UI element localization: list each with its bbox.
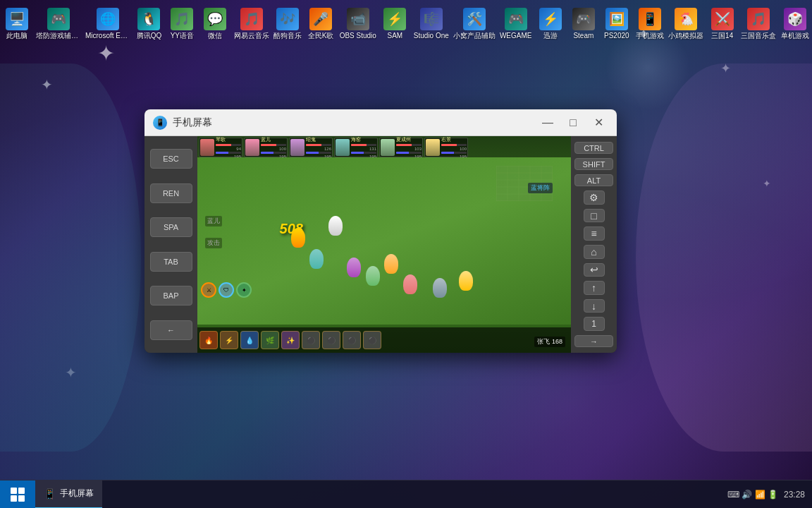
skill-icon-2[interactable]: ⚡ (220, 331, 238, 349)
key-btn-spa[interactable]: SPA (150, 217, 192, 237)
char-stats-4: 夏成州 103 195 (396, 136, 422, 159)
icon-6-icon: 🎵 (240, 8, 263, 30)
start-button[interactable] (0, 480, 35, 509)
maximize-button[interactable]: □ (563, 113, 583, 133)
icon-16[interactable]: 🖼️ PS2020 (601, 3, 632, 45)
skill-icon-5[interactable]: ✨ (281, 331, 300, 349)
back-icon[interactable]: ↩ (584, 263, 605, 277)
char-avatar-1 (245, 139, 259, 156)
icon-12[interactable]: 🛠️ 小窝产品辅助 (452, 3, 497, 45)
player-hp-label: 张飞 168 (534, 337, 565, 347)
icon-20-label: 三国音乐盒 (741, 32, 776, 40)
icon-10[interactable]: ⚡ SAM (379, 3, 411, 45)
taskbar-app-item[interactable]: 📱 手机屏幕 (35, 480, 102, 509)
skill-icon-4[interactable]: 🌿 (261, 331, 279, 349)
key-btn-tab[interactable]: TAB (150, 252, 192, 272)
icon-3-icon: 🐧 (137, 8, 160, 30)
key-btn-bap[interactable]: BAP (150, 286, 192, 306)
char-stats-3: 海窑 131 195 (351, 136, 376, 159)
home-icon[interactable]: ⌂ (584, 245, 605, 259)
char-stats-5: 右景 100 195 (441, 136, 467, 159)
char-hp-num-1: 100 (261, 147, 286, 151)
skill-icon-3[interactable]: 💧 (240, 331, 259, 349)
game-screen[interactable]: 琴歌 94 195 蓝儿 100 195 绍鬼 126 19 (197, 136, 571, 353)
char-hp-num-0: 94 (216, 147, 241, 151)
windows-icon (11, 488, 25, 502)
icon-8[interactable]: 🎤 全民K歌 (305, 3, 337, 45)
arrow-up-button[interactable]: ↑ (584, 281, 605, 295)
arrow-down-button[interactable]: ↓ (584, 299, 605, 313)
skill-icon-7[interactable]: ⚫ (322, 331, 340, 349)
taskbar: 📱 手机屏幕 ⌨ 🔊 📶 🔋 23:28 (0, 480, 812, 508)
key-btn-shift[interactable]: SHIFT (574, 158, 613, 170)
icon-6-label: 网易云音乐 (234, 32, 269, 40)
icon-3[interactable]: 🐧 腾讯QQ (133, 3, 165, 45)
game-character-enemy-2 (433, 278, 447, 298)
close-button[interactable]: ✕ (589, 113, 608, 133)
arrow-left-button[interactable]: ← (150, 320, 192, 340)
key-btn-ctrl[interactable]: CTRL (574, 142, 613, 154)
window-body: ESCRENSPATABBAP← 琴歌 94 195 蓝儿 100 (144, 136, 617, 353)
skill-btn-3[interactable]: ✦ (236, 282, 252, 298)
icon-15[interactable]: 🎮 Steam (567, 3, 599, 45)
icon-14-label: 迅游 (543, 32, 558, 40)
screen-icon[interactable]: □ (584, 209, 605, 223)
skill-btn-2[interactable]: 🛡 (219, 282, 234, 298)
key-btn-ren[interactable]: REN (150, 183, 192, 203)
icon-4[interactable]: 🎵 YY语音 (166, 3, 198, 45)
icon-2[interactable]: 🌐 Microsoft Edge (84, 3, 132, 45)
skill-icon-9[interactable]: ⚫ (363, 331, 381, 349)
char-avatar-2 (290, 139, 304, 156)
char-stats-2: 绍鬼 126 195 (306, 136, 331, 159)
attack-label: 攻击 (205, 238, 222, 248)
icon-5-label: 微信 (208, 32, 222, 40)
icon-5[interactable]: 💬 微信 (199, 3, 231, 45)
num-1-button[interactable]: 1 (584, 317, 605, 331)
title-bar: 📱 手机屏幕 — □ ✕ (144, 109, 617, 136)
arrow-right-button[interactable]: → (574, 335, 613, 347)
icon-6[interactable]: 🎵 网易云音乐 (233, 3, 271, 45)
icon-19-icon: ⚔️ (711, 8, 734, 30)
icon-17[interactable]: 📱 手机游戏 (634, 3, 665, 45)
tray-time: 23:28 (782, 490, 806, 500)
skill-icon-1[interactable]: 🔥 (199, 331, 218, 349)
icon-13[interactable]: 🎮 WEGAME (498, 3, 534, 45)
key-btn-esc[interactable]: ESC (150, 149, 192, 169)
menu-icon[interactable]: ≡ (584, 226, 605, 241)
icon-14[interactable]: ⚡ 迅游 (534, 3, 566, 45)
skill-btn-1[interactable]: ⚔ (201, 282, 216, 298)
icon-21-label: 单机游戏 (781, 32, 809, 40)
icon-20[interactable]: 🎵 三国音乐盒 (739, 3, 777, 45)
char-hp-bar-2 (306, 144, 331, 146)
char-hp-bar-3 (351, 144, 376, 146)
icon-11[interactable]: 🎼 Studio One (412, 3, 450, 45)
icon-20-icon: 🎵 (747, 8, 770, 30)
icon-19[interactable]: ⚔️ 三国14 (706, 3, 738, 45)
icon-19-label: 三国14 (711, 32, 733, 40)
icon-7[interactable]: 🎶 酷狗音乐 (272, 3, 304, 45)
icon-2-icon: 🌐 (97, 8, 119, 30)
icon-10-icon: ⚡ (383, 8, 406, 30)
icon-16-label: PS2020 (604, 32, 629, 40)
icon-12-icon: 🛠️ (463, 8, 486, 30)
icon-17-icon: 📱 (639, 8, 661, 30)
settings-icon[interactable]: ⚙ (584, 190, 605, 205)
icon-0-icon: 🖥️ (6, 8, 28, 30)
icon-14-icon: ⚡ (539, 8, 562, 30)
icon-0-label: 此电脑 (6, 32, 27, 40)
icon-18[interactable]: 🐔 小鸡模拟器 (667, 3, 705, 45)
char-mp-bar-4 (396, 152, 422, 154)
skill-icon-8[interactable]: ⚫ (343, 331, 361, 349)
icon-9[interactable]: 📹 OBS Studio (338, 3, 378, 45)
icon-1-icon: 🎮 (47, 8, 70, 30)
skill-icon-6[interactable]: ⚫ (302, 331, 320, 349)
icon-8-icon: 🎤 (309, 8, 332, 30)
key-btn-alt[interactable]: ALT (574, 174, 613, 186)
app-window: 📱 手机屏幕 — □ ✕ ESCRENSPATABBAP← 琴歌 94 195 (144, 109, 617, 353)
icon-1[interactable]: 🎮 塔防游戏辅助框 (35, 3, 82, 45)
icon-21[interactable]: 🎲 单机游戏 (779, 3, 811, 45)
icon-0[interactable]: 🖥️ 此电脑 (1, 3, 33, 45)
minimize-button[interactable]: — (538, 113, 558, 133)
char-hp-num-2: 126 (306, 147, 331, 151)
char-avatar-4 (381, 139, 395, 156)
